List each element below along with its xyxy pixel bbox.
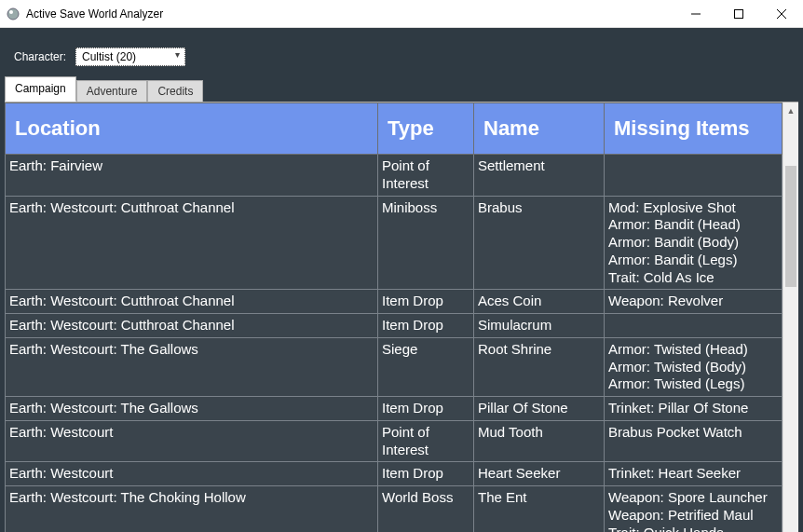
cell-name: Brabus [474, 196, 605, 290]
missing-item: Trait: Quick Hands [608, 525, 776, 533]
missing-item: Trinket: Heart Seeker [608, 465, 776, 483]
data-table: Location Type Name Missing Items Earth: … [5, 102, 783, 532]
missing-item: Brabus Pocket Watch [608, 424, 776, 442]
col-name[interactable]: Name [474, 103, 605, 155]
cell-type: World Boss [378, 486, 474, 533]
cell-missing: Weapon: Spore LauncherWeapon: Petrified … [605, 486, 783, 533]
svg-rect-3 [735, 9, 743, 18]
table-header-row: Location Type Name Missing Items [6, 103, 783, 155]
cell-location: Earth: Fairview [6, 155, 378, 197]
cell-missing [605, 314, 783, 338]
cell-missing [605, 155, 783, 197]
table-row[interactable]: Earth: Westcourt: The GallowsSiegeRoot S… [6, 337, 783, 396]
tab-campaign[interactable]: Campaign [5, 76, 76, 102]
cell-location: Earth: Westcourt: The Choking Hollow [6, 486, 378, 533]
cell-missing: Trinket: Pillar Of Stone [605, 397, 783, 421]
cell-name: Root Shrine [474, 337, 605, 396]
cell-location: Earth: Westcourt: The Gallows [6, 397, 378, 421]
cell-name: The Ent [474, 486, 605, 533]
panel: Location Type Name Missing Items Earth: … [5, 102, 798, 532]
table-row[interactable]: Earth: Westcourt: The Choking HollowWorl… [6, 486, 783, 533]
table-row[interactable]: Earth: Westcourt: Cutthroat ChannelItem … [6, 314, 783, 338]
cell-missing: Weapon: Revolver [605, 290, 783, 314]
svg-point-0 [7, 8, 19, 20]
cell-location: Earth: Westcourt: Cutthroat Channel [6, 290, 378, 314]
cell-missing: Armor: Twisted (Head)Armor: Twisted (Bod… [605, 337, 783, 396]
tabstrip: CampaignAdventureCredits [1, 77, 802, 102]
maximize-button[interactable] [717, 0, 760, 27]
cell-location: Earth: Westcourt: Cutthroat Channel [6, 196, 378, 290]
missing-item: Weapon: Spore Launcher [608, 489, 776, 507]
cell-name: Mud Tooth [474, 420, 605, 462]
cell-type: Item Drop [378, 462, 474, 486]
cell-name: Settlement [474, 155, 605, 197]
missing-item: Weapon: Revolver [608, 293, 776, 310]
missing-item: Armor: Twisted (Head) [608, 341, 776, 359]
col-missing[interactable]: Missing Items [605, 103, 783, 155]
table-wrap: Location Type Name Missing Items Earth: … [5, 102, 783, 532]
cell-type: Point of Interest [378, 420, 474, 462]
missing-item: Armor: Twisted (Legs) [608, 375, 776, 393]
cell-name: Heart Seeker [474, 462, 605, 486]
scroll-thumb[interactable] [785, 166, 796, 287]
cell-location: Earth: Westcourt: The Gallows [6, 337, 378, 396]
missing-item: Armor: Bandit (Legs) [608, 252, 776, 269]
cell-location: Earth: Westcourt [6, 462, 378, 486]
table-row[interactable]: Earth: WestcourtItem DropHeart SeekerTri… [6, 462, 783, 486]
close-button[interactable] [760, 0, 803, 27]
window-controls [674, 0, 803, 27]
app-body: Character: Cultist (20) CampaignAdventur… [0, 28, 803, 532]
cell-name: Pillar Of Stone [474, 397, 605, 421]
cell-missing: Trinket: Heart Seeker [605, 462, 783, 486]
cell-name: Simulacrum [474, 314, 605, 338]
cell-type: Item Drop [378, 314, 474, 338]
col-type[interactable]: Type [378, 103, 474, 155]
table-row[interactable]: Earth: Westcourt: Cutthroat ChannelItem … [6, 290, 783, 314]
missing-item: Mod: Explosive Shot [608, 199, 776, 217]
cell-type: Item Drop [378, 290, 474, 314]
missing-item: Trait: Cold As Ice [608, 269, 776, 287]
missing-item: Weapon: Petrified Maul [608, 507, 776, 525]
cell-type: Miniboss [378, 196, 474, 290]
character-select-wrap: Cultist (20) [75, 48, 185, 66]
window-titlebar: Active Save World Analyzer [0, 0, 803, 28]
window-title: Active Save World Analyzer [26, 7, 674, 20]
minimize-button[interactable] [674, 0, 717, 27]
cell-type: Point of Interest [378, 155, 474, 197]
vertical-scrollbar[interactable]: ▲ ▼ [783, 102, 798, 532]
table-row[interactable]: Earth: Westcourt: Cutthroat ChannelMinib… [6, 196, 783, 290]
cell-type: Siege [378, 337, 474, 396]
cell-type: Item Drop [378, 397, 474, 421]
character-row: Character: Cultist (20) [1, 29, 802, 77]
svg-point-1 [9, 10, 13, 14]
missing-item: Armor: Bandit (Body) [608, 234, 776, 252]
tab-adventure[interactable]: Adventure [76, 80, 148, 102]
missing-item: Armor: Bandit (Head) [608, 216, 776, 234]
character-select[interactable]: Cultist (20) [75, 48, 185, 66]
table-row[interactable]: Earth: WestcourtPoint of InterestMud Too… [6, 420, 783, 462]
character-label: Character: [14, 50, 66, 63]
missing-item: Trinket: Pillar Of Stone [608, 400, 776, 417]
table-row[interactable]: Earth: Westcourt: The GallowsItem DropPi… [6, 397, 783, 421]
cell-location: Earth: Westcourt: Cutthroat Channel [6, 314, 378, 338]
cell-missing: Mod: Explosive ShotArmor: Bandit (Head)A… [605, 196, 783, 290]
cell-location: Earth: Westcourt [6, 420, 378, 462]
cell-missing: Brabus Pocket Watch [605, 420, 783, 462]
col-location[interactable]: Location [6, 103, 378, 155]
cell-name: Aces Coin [474, 290, 605, 314]
scroll-up-arrow[interactable]: ▲ [783, 102, 798, 118]
missing-item: Armor: Twisted (Body) [608, 359, 776, 376]
table-row[interactable]: Earth: FairviewPoint of InterestSettleme… [6, 155, 783, 197]
tab-credits[interactable]: Credits [147, 80, 203, 102]
app-icon [6, 7, 20, 21]
